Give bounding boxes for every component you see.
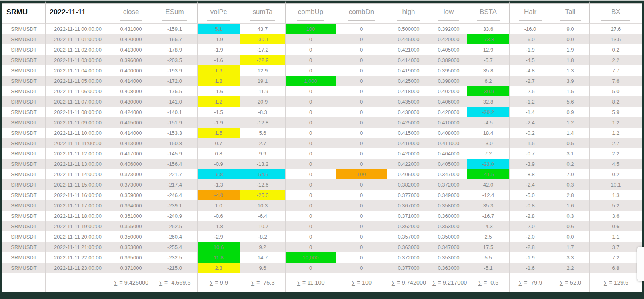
column-header-srmu[interactable]: SRMU <box>2 1 46 24</box>
table-body: SRMUSDT2022-11-11 00:00:000.431000-159.1… <box>2 24 642 273</box>
cell: 0.3 <box>551 211 590 221</box>
summary-cell: ∑ = 9.9 <box>198 273 240 292</box>
cell: -0.7 <box>510 148 551 159</box>
cell: 2022-11-11 20:00:00 <box>46 231 110 242</box>
table-row[interactable]: SRMUSDT2022-11-11 09:00:000.415000-151.9… <box>2 117 642 128</box>
cell: 1.7 <box>551 242 590 252</box>
column-header-bx[interactable]: BX <box>590 1 642 24</box>
cell: 0 <box>336 24 387 34</box>
table-row[interactable]: SRMUSDT2022-11-11 21:00:000.353000-255.4… <box>2 242 642 252</box>
column-header-label: BSTA <box>467 8 509 16</box>
cell: 7.6 <box>590 76 642 86</box>
cell: -178.9 <box>152 44 198 55</box>
cell: -16.7 <box>467 211 510 221</box>
cell: 0 <box>336 252 387 263</box>
table-row[interactable]: SRMUSDT2022-11-11 12:00:000.417000-145.9… <box>2 148 642 159</box>
cell: 0.405000 <box>430 44 467 55</box>
cell: 0.9 <box>551 107 590 117</box>
cell: -25.0 <box>240 190 286 200</box>
cell: -1.2 <box>510 96 551 107</box>
cell: 1.3 <box>590 190 642 200</box>
table-row[interactable]: SRMUSDT2022-11-11 11:00:000.413000-150.8… <box>2 138 642 148</box>
cell: 0.425000 <box>387 76 430 86</box>
cell: 0.364000 <box>110 200 152 211</box>
cell: -3.0 <box>467 138 510 148</box>
cell: 0.0 <box>551 34 590 44</box>
summary-cell <box>46 273 110 292</box>
column-header-combup[interactable]: combUp <box>286 1 336 24</box>
table-row[interactable]: SRMUSDT2022-11-11 19:00:000.355000-252.5… <box>2 221 642 231</box>
table-row[interactable]: SRMUSDT2022-11-11 15:00:000.373000-217.4… <box>2 179 642 190</box>
cell: -1.9 <box>510 252 551 263</box>
column-header-bsta[interactable]: BSTA <box>467 1 510 24</box>
cell: 0 <box>336 221 387 231</box>
cell: 100 <box>336 169 387 179</box>
column-header-combdn[interactable]: combDn <box>336 1 387 24</box>
cell: 0.367000 <box>387 200 430 211</box>
cell: -73.8 <box>467 34 510 44</box>
cell: 0.413000 <box>110 44 152 55</box>
column-header-hair[interactable]: Hair <box>510 1 551 24</box>
cell: 0 <box>336 107 387 117</box>
cell: 2.2 <box>590 148 642 159</box>
table-row[interactable]: SRMUSDT2022-11-11 18:00:000.361000-240.9… <box>2 211 642 221</box>
summary-cell: ∑ = 9.742000 <box>387 273 430 292</box>
column-header-label: ESum <box>152 8 197 16</box>
table-row[interactable]: SRMUSDT2022-11-11 08:00:000.424000-140.1… <box>2 107 642 117</box>
table-row[interactable]: SRMUSDT2022-11-11 04:00:000.400000-193.9… <box>2 65 642 76</box>
cell: 0.402000 <box>430 86 467 96</box>
column-header-underline <box>250 20 275 21</box>
cell: -12.6 <box>240 179 286 190</box>
cell: -246.4 <box>152 190 198 200</box>
cell: -172.0 <box>152 76 198 86</box>
column-header-tail[interactable]: Tail <box>551 1 590 24</box>
column-header-sumta[interactable]: sumTa <box>240 1 286 24</box>
cell: 0 <box>336 44 387 55</box>
table-row[interactable]: SRMUSDT2022-11-11 05:00:000.414000-172.0… <box>2 76 642 86</box>
cell: -30.1 <box>240 34 286 44</box>
table-row[interactable]: SRMUSDT2022-11-11 03:00:000.396000-203.5… <box>2 55 642 65</box>
column-header-high[interactable]: high <box>387 1 430 24</box>
cell: 0.347000 <box>430 169 467 179</box>
table-row[interactable]: SRMUSDT2022-11-11 06:00:000.408000-175.5… <box>2 86 642 96</box>
table-row[interactable]: SRMUSDT2022-11-11 00:00:000.431000-159.1… <box>2 24 642 34</box>
cell: 0 <box>286 190 336 200</box>
table-row[interactable]: SRMUSDT2022-11-11 16:00:000.359000-246.4… <box>2 190 642 200</box>
column-header-low[interactable]: low <box>430 1 467 24</box>
cell: 14.7 <box>240 252 286 263</box>
cell: -1.9 <box>198 34 240 44</box>
cell: SRMUSDT <box>2 242 46 252</box>
column-header-esum[interactable]: ESum <box>152 1 198 24</box>
column-header-underline <box>560 20 580 21</box>
table-row[interactable]: SRMUSDT2022-11-11 17:00:000.364000-239.1… <box>2 200 642 211</box>
cell: 32.8 <box>467 96 510 107</box>
column-header-close[interactable]: close <box>110 1 152 24</box>
cell: 0 <box>286 211 336 221</box>
table-row[interactable]: SRMUSDT2022-11-11 14:00:000.373000-221.7… <box>2 169 642 179</box>
cell: -217.4 <box>152 179 198 190</box>
table-row[interactable]: SRMUSDT2022-11-11 10:00:000.414000-153.3… <box>2 128 642 138</box>
cell: 100 <box>286 24 336 34</box>
cell: 2022-11-11 09:00:00 <box>46 117 110 128</box>
table-row[interactable]: SRMUSDT2022-11-11 07:00:000.430000-141.0… <box>2 96 642 107</box>
table-row[interactable]: SRMUSDT2022-11-11 13:00:000.406000-156.4… <box>2 159 642 169</box>
cell: -232.5 <box>152 252 198 263</box>
table-row[interactable]: SRMUSDT2022-11-11 23:00:000.371000-215.0… <box>2 263 642 273</box>
table-row[interactable]: SRMUSDT2022-11-11 01:00:000.420000-165.7… <box>2 34 642 44</box>
column-header-underline <box>6 21 30 21</box>
table-row[interactable]: SRMUSDT2022-11-11 02:00:000.413000-178.9… <box>2 44 642 55</box>
cell: 1.4 <box>551 128 590 138</box>
cell: 1.2 <box>551 117 590 128</box>
cell: SRMUSDT <box>2 138 46 148</box>
cell: 10,000 <box>286 252 336 263</box>
cell: 1.1 <box>590 231 642 242</box>
column-header-label: 2022-11-11 <box>50 8 110 16</box>
column-header-volpc[interactable]: volPc <box>198 1 240 24</box>
table-row[interactable]: SRMUSDT2022-11-11 22:00:000.365000-232.5… <box>2 252 642 263</box>
column-header-2022-11-11[interactable]: 2022-11-11 <box>46 1 110 24</box>
scrollbar-thumb[interactable] <box>637 247 644 281</box>
cell: 3.1 <box>551 148 590 159</box>
cell: -5.0 <box>510 190 551 200</box>
table-row[interactable]: SRMUSDT2022-11-11 20:00:000.350000-260.4… <box>2 231 642 242</box>
cell: 0.363000 <box>430 263 467 273</box>
